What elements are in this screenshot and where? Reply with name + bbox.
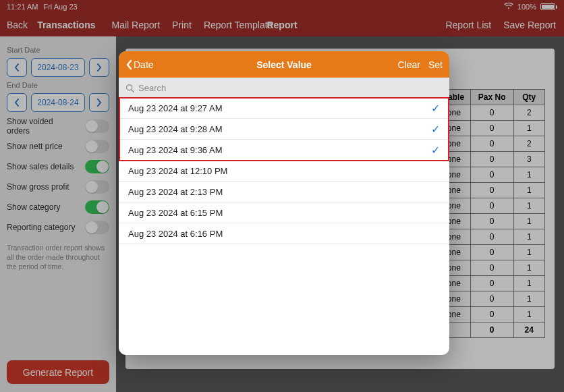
cell-qty: 1 (513, 260, 544, 276)
cell-qty: 1 (513, 121, 544, 136)
show-category-toggle[interactable] (85, 200, 109, 214)
show-sales-label: Show sales details (7, 162, 74, 171)
cell-pax: 0 (470, 105, 513, 121)
table-row: one01 (438, 229, 545, 245)
end-date-prev[interactable] (7, 93, 27, 112)
table-row: one01 (438, 291, 545, 307)
generate-report-button[interactable]: Generate Report (7, 360, 109, 384)
save-report-button[interactable]: Save Report (503, 20, 556, 30)
list-item[interactable]: Aug 23 2024 at 9:27 AM✓ (119, 98, 449, 119)
cell-qty: 1 (513, 167, 544, 183)
page-title: Report (266, 20, 297, 30)
table-row: one02 (438, 105, 545, 121)
status-bar: 11:21 AM Fri Aug 23 100% (0, 0, 564, 13)
cell-pax: 0 (470, 307, 513, 323)
table-row: one01 (438, 183, 545, 198)
end-date-button[interactable]: 2024-08-24 (31, 93, 85, 112)
table-row: one03 (438, 152, 545, 167)
cell-pax: 0 (470, 167, 513, 183)
list-item-label: Aug 23 2024 at 6:16 PM (128, 229, 223, 239)
cell-qty: 2 (513, 136, 544, 152)
total-qty: 24 (513, 323, 544, 338)
print-button[interactable]: Print (172, 20, 192, 30)
select-value-popover: Date Select Value Clear Set Search Aug 2… (119, 51, 449, 355)
list-item[interactable]: Aug 23 2024 at 2:13 PM (119, 181, 449, 202)
reporting-category-toggle[interactable] (85, 221, 109, 234)
check-icon: ✓ (431, 123, 440, 136)
cell-qty: 1 (513, 229, 544, 245)
cell-qty: 3 (513, 152, 544, 167)
list-item-label: Aug 23 2024 at 12:10 PM (128, 166, 227, 176)
list-item-label: Aug 23 2024 at 6:15 PM (128, 208, 223, 218)
chevron-left-icon (125, 59, 132, 70)
reporting-category-label: Reporting category (7, 223, 75, 232)
cell-qty: 1 (513, 276, 544, 291)
cell-pax: 0 (470, 136, 513, 152)
sidebar: Start Date 2024-08-23 End Date 2024-08-2… (0, 36, 116, 392)
report-list-button[interactable]: Report List (445, 20, 491, 30)
start-date-prev[interactable] (7, 58, 27, 77)
back-button[interactable]: Back (7, 20, 28, 30)
cell-pax: 0 (470, 198, 513, 214)
show-nett-toggle[interactable] (85, 140, 109, 153)
list-item[interactable]: Aug 23 2024 at 9:36 AM✓ (119, 140, 449, 161)
show-voided-label: Show voided orders (7, 117, 74, 136)
popover-clear-button[interactable]: Clear (398, 59, 420, 70)
popover-back-button[interactable]: Date (125, 59, 154, 70)
check-icon: ✓ (431, 144, 440, 157)
cell-pax: 0 (470, 152, 513, 167)
list-item[interactable]: Aug 23 2024 at 6:16 PM (119, 223, 449, 244)
table-row: one01 (438, 167, 545, 183)
start-date-button[interactable]: 2024-08-23 (31, 58, 85, 77)
status-time: 11:21 AM (7, 3, 38, 11)
cell-qty: 1 (513, 245, 544, 260)
show-gross-toggle[interactable] (85, 180, 109, 194)
cell-qty: 1 (513, 183, 544, 198)
mail-report-button[interactable]: Mail Report (112, 20, 161, 30)
popover-back-label: Date (134, 59, 154, 70)
cell-pax: 0 (470, 183, 513, 198)
report-table: Table Pax No Qty one02one01one02one03one… (437, 89, 545, 338)
search-placeholder: Search (138, 83, 166, 93)
list-item[interactable]: Aug 23 2024 at 6:15 PM (119, 202, 449, 223)
cell-pax: 0 (470, 291, 513, 307)
wifi-icon (504, 3, 513, 11)
cell-qty: 1 (513, 214, 544, 229)
start-date-label: Start Date (7, 46, 109, 54)
cell-pax: 0 (470, 276, 513, 291)
cell-qty: 2 (513, 105, 544, 121)
total-pax: 0 (470, 323, 513, 338)
show-gross-label: Show gross profit (7, 182, 69, 192)
show-sales-toggle[interactable] (85, 160, 109, 173)
list-item-label: Aug 23 2024 at 9:28 AM (128, 124, 223, 134)
cell-qty: 1 (513, 307, 544, 323)
search-icon (125, 84, 134, 92)
end-date-next[interactable] (89, 93, 109, 112)
table-row: one01 (438, 276, 545, 291)
popover-search[interactable]: Search (119, 78, 449, 98)
svg-line-1 (132, 89, 134, 91)
list-item[interactable]: Aug 23 2024 at 9:28 AM✓ (119, 119, 449, 140)
table-row: one01 (438, 245, 545, 260)
popover-title: Select Value (256, 59, 312, 70)
list-item[interactable]: Aug 23 2024 at 12:10 PM (119, 161, 449, 181)
list-item-label: Aug 23 2024 at 9:36 AM (128, 145, 223, 155)
report-template-button[interactable]: Report Template (204, 20, 273, 30)
start-date-next[interactable] (89, 58, 109, 77)
th-pax: Pax No (470, 90, 513, 105)
list-item-label: Aug 23 2024 at 2:13 PM (128, 187, 223, 197)
cell-qty: 1 (513, 198, 544, 214)
end-date-label: End Date (7, 81, 109, 89)
transactions-title: Transactions (37, 20, 95, 30)
cell-pax: 0 (470, 245, 513, 260)
cell-qty: 1 (513, 291, 544, 307)
table-row: one01 (438, 260, 545, 276)
top-nav: Back Transactions Mail Report Print Repo… (0, 13, 564, 36)
table-row: one01 (438, 121, 545, 136)
table-row: one02 (438, 136, 545, 152)
cell-pax: 0 (470, 229, 513, 245)
table-row: one01 (438, 198, 545, 214)
battery-percent: 100% (517, 3, 536, 11)
show-voided-toggle[interactable] (85, 119, 109, 133)
popover-set-button[interactable]: Set (428, 59, 443, 70)
